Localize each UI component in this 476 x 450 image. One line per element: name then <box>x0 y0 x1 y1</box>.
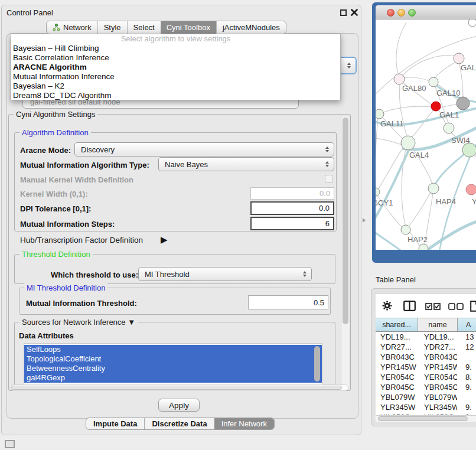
zoom-traffic-light[interactable] <box>408 9 416 17</box>
dropdown-item-selected[interactable]: ARACNE Algorithm <box>11 63 340 72</box>
network-node[interactable] <box>444 123 454 133</box>
threshold-definition-title: Threshold Definition <box>19 250 93 259</box>
network-node[interactable] <box>376 188 380 196</box>
table-row[interactable]: YER054CYER054C8. <box>376 372 476 382</box>
tab-infer-network[interactable]: Infer Network <box>214 418 274 429</box>
network-node[interactable] <box>468 19 476 27</box>
column-header-name[interactable]: name <box>418 318 458 331</box>
dropdown-item[interactable]: Mutual Information Inference <box>11 72 340 81</box>
tab-impute-data[interactable]: Impute Data <box>86 418 144 429</box>
network-titlebar[interactable] <box>376 5 476 19</box>
combobox-stepper-icon <box>347 63 351 69</box>
network-node[interactable] <box>454 53 464 64</box>
table-row[interactable]: YBL079WYBL079W <box>376 392 476 402</box>
column-header-shared[interactable]: shared... <box>376 318 418 331</box>
tab-style[interactable]: Style <box>97 21 127 34</box>
network-node[interactable] <box>462 143 476 157</box>
network-node[interactable] <box>457 97 470 110</box>
tab-discretize-data[interactable]: Discretize Data <box>144 418 214 429</box>
mi-threshold-value: 0.5 <box>314 298 324 307</box>
combobox-stepper-icon <box>325 146 329 152</box>
network-node-label: GAL80 <box>402 84 426 93</box>
settings-horizontal-scrollbar[interactable] <box>11 384 348 391</box>
dpi-tolerance-value: 0.0 <box>319 204 330 213</box>
network-node[interactable] <box>376 109 384 119</box>
mi-steps-value: 6 <box>325 219 330 228</box>
table-row[interactable]: YLR345WYLR345W9. <box>376 402 476 412</box>
network-node-label: SWI4 <box>451 136 470 145</box>
collapse-arrow-icon[interactable]: ▼ <box>128 318 135 327</box>
gear-icon[interactable] <box>382 301 392 311</box>
mi-algorithm-type-combobox[interactable]: Naive Bayes <box>158 157 334 171</box>
network-node[interactable] <box>429 77 438 87</box>
which-threshold-value: MI Threshold <box>145 270 190 279</box>
apply-button[interactable]: Apply <box>158 399 200 412</box>
table-row[interactable]: YBR043CYBR043C <box>376 352 476 362</box>
splitter-collapse-icon[interactable] <box>363 218 366 223</box>
tab-cyni-toolbox[interactable]: Cyni Toolbox <box>161 21 216 34</box>
float-window-icon[interactable] <box>340 9 347 16</box>
table-horizontal-scrollbar[interactable] <box>376 415 476 422</box>
dropdown-item[interactable]: Basic Correlation Inference <box>11 53 340 63</box>
mi-algorithm-type-value: Naive Bayes <box>165 160 208 169</box>
unchecked-checkboxes-icon[interactable] <box>448 303 464 310</box>
network-node[interactable] <box>431 102 441 111</box>
network-node-label: GAL11 <box>380 119 404 128</box>
network-node-label: Y <box>472 197 476 206</box>
which-threshold-label: Which threshold to use: <box>51 270 138 279</box>
table-header-row: shared... name A <box>376 318 476 332</box>
dropdown-item[interactable]: Bayesian – Hill Climbing <box>11 44 340 53</box>
table-row[interactable]: YPR145WYPR145W9. <box>376 362 476 372</box>
data-attributes-list[interactable]: SelfLoops TopologicalCoefficient Between… <box>24 343 322 385</box>
dpi-tolerance-field[interactable]: 0.0 <box>250 201 334 215</box>
algorithm-dropdown-list: Select algorithm to view settings Bayesi… <box>11 34 341 100</box>
network-node-label: GAL <box>461 63 476 72</box>
network-icon <box>53 24 60 31</box>
attribute-list-scrollbar[interactable] <box>314 346 320 381</box>
columns-icon[interactable] <box>403 301 416 311</box>
network-node[interactable] <box>394 74 405 84</box>
close-traffic-light[interactable] <box>387 9 395 17</box>
column-header-a[interactable]: A <box>458 318 476 331</box>
aracne-mode-combobox[interactable]: Discovery <box>74 142 334 156</box>
tab-select[interactable]: Select <box>127 21 161 34</box>
table-row[interactable]: YBR045CYBR045C9. <box>376 382 476 392</box>
table-row[interactable]: YDL19...YDL19...13 <box>376 332 476 342</box>
close-icon[interactable] <box>351 9 358 16</box>
network-node[interactable] <box>466 184 476 195</box>
network-node[interactable] <box>419 244 428 250</box>
attribute-item[interactable]: BetweennessCentrality <box>24 364 322 373</box>
which-threshold-combobox[interactable]: MI Threshold <box>138 267 312 281</box>
mi-threshold-field[interactable]: 0.5 <box>248 295 328 309</box>
table-row[interactable]: YDR27...YDR27...12 <box>376 342 476 352</box>
checked-checkboxes-icon[interactable] <box>425 303 441 310</box>
file-icon[interactable] <box>470 301 476 312</box>
hub-definition-label[interactable]: Hub/Transcription Factor Definition <box>20 236 143 244</box>
mi-steps-field[interactable]: 6 <box>250 217 334 230</box>
settings-vertical-scrollbar[interactable] <box>342 116 349 389</box>
dropdown-item[interactable]: Bayesian – K2 <box>11 81 340 91</box>
attribute-item[interactable]: SelfLoops <box>24 345 322 354</box>
network-node-label: GCY1 <box>376 198 393 207</box>
network-node-label: HAP2 <box>407 235 428 244</box>
attribute-item[interactable]: gal4RGexp <box>24 373 322 383</box>
attribute-item[interactable]: TopologicalCoefficient <box>24 354 322 364</box>
data-attributes-label: Data Attributes <box>19 331 74 340</box>
collapsed-panel-icon[interactable] <box>5 440 15 448</box>
dpi-tolerance-label: DPI Tolerance [0,1]: <box>20 204 91 213</box>
network-node[interactable] <box>401 136 415 150</box>
tab-jactivemnodules[interactable]: jActiveMNodules <box>216 21 286 34</box>
tab-network[interactable]: Network <box>47 21 97 34</box>
manual-kernel-width-checkbox[interactable] <box>325 175 333 183</box>
kernel-width-field[interactable]: 0.0 <box>250 187 334 200</box>
mi-algorithm-type-label: Mutual Information Algorithm Type: <box>20 161 149 169</box>
minimize-traffic-light[interactable] <box>397 9 405 17</box>
network-canvas[interactable]: GAL GAL80 GAL10 GAL1 GAL11 SWI4 GAL4 HAP… <box>376 19 476 250</box>
dropdown-item[interactable]: Dream8 DC_TDC Algorithm <box>11 91 340 100</box>
aracne-mode-label: Aracne Mode: <box>20 146 71 155</box>
network-node-label: GAL10 <box>436 89 460 97</box>
network-node[interactable] <box>428 183 439 194</box>
expand-arrow-icon[interactable]: ▶ <box>161 234 168 245</box>
network-node[interactable] <box>401 225 410 234</box>
control-panel-tabbar: Network Style Select Cyni Toolbox jActiv… <box>46 21 286 34</box>
